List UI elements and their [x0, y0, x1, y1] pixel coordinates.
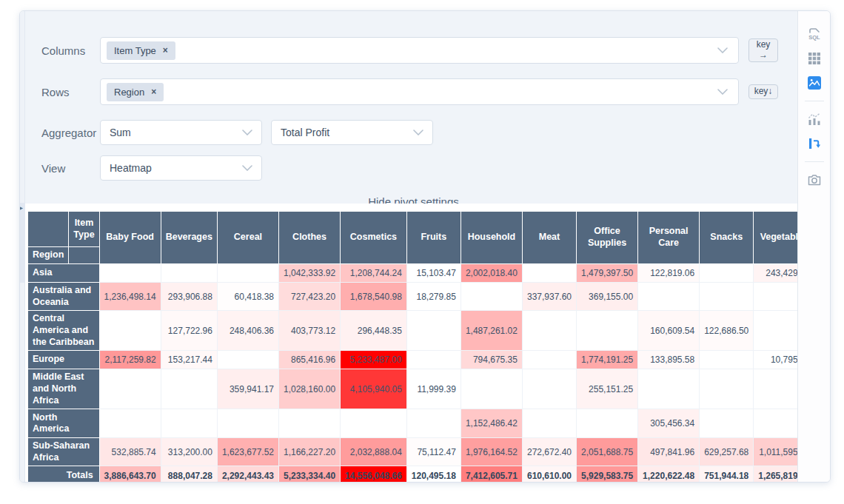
chevron-down-icon[interactable] — [717, 89, 728, 95]
row-header: North America — [28, 409, 100, 438]
row-header: Europe — [28, 351, 100, 369]
col-total-cell: 2,292,443.43 — [217, 466, 278, 482]
corner-blank-cell — [69, 247, 99, 264]
pivot-cell — [161, 369, 217, 409]
pivot-cell: 2,051,688.75 — [577, 438, 638, 466]
col-total-cell: 1,220,622.48 — [638, 466, 700, 482]
rows-row: Rows Region × key↓ — [41, 78, 786, 105]
pivot-cell: 532,885.74 — [99, 438, 161, 466]
camera-screenshot-icon[interactable] — [806, 172, 823, 188]
key-label: key — [754, 86, 768, 96]
pivot-cell: 296,448.35 — [341, 311, 407, 351]
pivot-cell: 1,479,397.50 — [577, 264, 638, 283]
pivot-cell: 305,456.34 — [638, 409, 700, 438]
pivot-cell — [754, 311, 797, 351]
pivot-cell — [99, 369, 161, 409]
row-header: Asia — [28, 264, 100, 283]
pivot-settings-panel: Columns Item Type × key → Rows — [25, 11, 797, 204]
pivot-cell: 337,937.60 — [522, 283, 576, 311]
pivot-cell — [341, 409, 407, 438]
pivot-cell — [522, 311, 576, 351]
chip-label: Region — [114, 87, 144, 98]
col-total-cell: 1,265,819.63 — [754, 466, 797, 482]
view-label: View — [41, 162, 100, 175]
aggregator-value: Sum — [110, 127, 131, 138]
pivot-cell: 1,011,595.12 — [754, 438, 797, 466]
pivot-cell: 133,895.58 — [638, 351, 700, 369]
pivot-table-area: Item TypeBaby FoodBeveragesCerealClothes… — [25, 204, 797, 482]
pivot-cell: 727,423.20 — [279, 283, 341, 311]
pivot-cell: 160,609.54 — [638, 311, 700, 351]
chevron-down-icon — [413, 130, 423, 135]
pivot-cell: 629,257.68 — [700, 438, 754, 466]
pivot-view-icon[interactable] — [806, 135, 823, 152]
pivot-cell — [161, 264, 217, 283]
pivot-cell — [217, 409, 278, 438]
columns-field[interactable]: Item Type × — [100, 37, 739, 64]
col-total-cell: 751,944.18 — [700, 466, 754, 482]
pivot-cell — [460, 369, 522, 409]
pivot-cell — [406, 351, 460, 369]
rows-field[interactable]: Region × — [100, 78, 739, 105]
col-total-cell: 610,610.00 — [522, 466, 576, 482]
pivot-cell — [522, 264, 576, 283]
pivot-heatmap-table: Item TypeBaby FoodBeveragesCerealClothes… — [27, 211, 797, 482]
column-header: Baby Food — [99, 212, 161, 264]
pivot-app-card: ▸ Columns Item Type × key → — [19, 10, 831, 483]
pivot-cell — [99, 264, 161, 283]
arrow-down-icon: ↓ — [768, 86, 772, 96]
pivot-cell: 127,722.96 — [161, 311, 217, 351]
col-total-cell: 14,556,048.66 — [341, 466, 407, 482]
view-row: View Heatmap — [41, 155, 786, 181]
table-view-icon[interactable] — [806, 50, 823, 67]
pivot-cell: 497,841.96 — [638, 438, 700, 466]
columns-chip-item-type[interactable]: Item Type × — [107, 41, 175, 60]
aggregator-field-select[interactable]: Total Profit — [271, 120, 433, 145]
pivot-cell: 18,279.85 — [406, 283, 460, 311]
pivot-cell — [577, 409, 638, 438]
pivot-cell: 272,672.40 — [522, 438, 576, 466]
pivot-cell: 1,042,333.92 — [279, 264, 341, 283]
combo-chart-view-icon[interactable] — [806, 111, 823, 127]
pivot-cell: 15,103.47 — [406, 264, 460, 283]
pivot-cell: 403,773.12 — [279, 311, 341, 351]
chip-remove-icon[interactable]: × — [163, 45, 168, 56]
chevron-down-icon[interactable] — [717, 47, 728, 53]
rows-chip-region[interactable]: Region × — [107, 83, 164, 101]
pivot-cell — [406, 311, 460, 351]
pivot-cell — [638, 283, 700, 311]
pivot-cell — [700, 283, 754, 311]
aggregator-row: Aggregator Sum Total Profit — [41, 120, 786, 145]
column-header: Fruits — [406, 212, 460, 264]
row-header: Middle East and North Africa — [28, 369, 100, 409]
row-header: Australia and Oceania — [28, 283, 100, 311]
key-label: key — [754, 40, 773, 50]
columns-sort-key-button[interactable]: key → — [748, 38, 778, 62]
chevron-down-icon — [242, 130, 252, 135]
column-header: Snacks — [700, 212, 754, 264]
pivot-cell: 794,675.35 — [460, 351, 522, 369]
view-select[interactable]: Heatmap — [100, 155, 262, 181]
column-header: Office Supplies — [577, 212, 638, 264]
pivot-cell: 865,416.96 — [279, 351, 341, 369]
rows-sort-key-button[interactable]: key↓ — [748, 84, 778, 99]
aggregator-select[interactable]: Sum — [100, 120, 262, 145]
col-total-cell: 120,495.18 — [406, 466, 460, 482]
column-header: Cosmetics — [341, 212, 407, 264]
image-chart-view-icon-active[interactable] — [806, 75, 823, 91]
pivot-cell — [99, 409, 161, 438]
chip-remove-icon[interactable]: × — [151, 87, 156, 97]
column-header: Household — [460, 212, 522, 264]
pivot-cell: 2,117,259.82 — [99, 351, 161, 369]
column-header: Beverages — [161, 212, 217, 264]
pivot-cell: 2,032,888.04 — [341, 438, 407, 466]
sql-view-icon[interactable]: SQL — [806, 26, 823, 42]
column-header: Clothes — [279, 212, 341, 264]
col-total-cell: 3,886,643.70 — [99, 466, 161, 482]
panel-collapse-strip: ▸ — [20, 11, 25, 482]
pivot-cell: 1,623,677.52 — [217, 438, 278, 466]
panel-splitter[interactable] — [20, 203, 25, 283]
panel-expand-icon[interactable]: ▸ — [19, 204, 23, 212]
svg-text:SQL: SQL — [808, 34, 820, 41]
pivot-cell: 122,686.50 — [700, 311, 754, 351]
